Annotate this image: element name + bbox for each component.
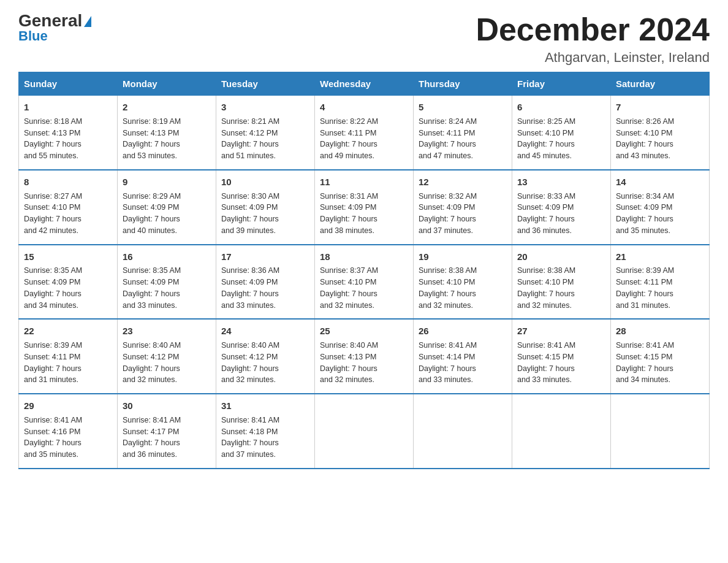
daylight-label: Daylight: 7 hours: [419, 140, 476, 148]
daylight-minutes: and 31 minutes.: [616, 301, 670, 310]
daylight-label: Daylight: 7 hours: [123, 289, 180, 298]
day-number: 4: [320, 101, 408, 114]
col-sunday: Sunday: [19, 72, 118, 96]
day-info: Sunrise: 8:40 AM Sunset: 4:12 PM Dayligh…: [123, 340, 211, 386]
daylight-minutes: and 36 minutes.: [123, 450, 177, 459]
sunrise-label: Sunrise: 8:41 AM: [221, 416, 279, 424]
daylight-minutes: and 35 minutes.: [24, 450, 78, 459]
sunset-label: Sunset: 4:10 PM: [517, 129, 574, 137]
col-thursday: Thursday: [414, 72, 512, 96]
daylight-label: Daylight: 7 hours: [221, 289, 279, 298]
sunset-label: Sunset: 4:10 PM: [320, 278, 376, 286]
daylight-minutes: and 42 minutes.: [24, 226, 78, 235]
daylight-label: Daylight: 7 hours: [221, 140, 279, 148]
table-row: [414, 394, 512, 469]
sunrise-label: Sunrise: 8:33 AM: [517, 192, 575, 201]
table-row: 25 Sunrise: 8:40 AM Sunset: 4:13 PM Dayl…: [315, 319, 414, 394]
daylight-label: Daylight: 7 hours: [123, 140, 180, 148]
logo-general: General: [18, 12, 82, 29]
daylight-label: Daylight: 7 hours: [24, 215, 82, 223]
col-friday: Friday: [512, 72, 611, 96]
location-subtitle: Athgarvan, Leinster, Ireland: [476, 50, 710, 66]
daylight-label: Daylight: 7 hours: [123, 215, 180, 223]
daylight-label: Daylight: 7 hours: [24, 289, 82, 298]
table-row: 8 Sunrise: 8:27 AM Sunset: 4:10 PM Dayli…: [19, 170, 118, 245]
day-info: Sunrise: 8:24 AM Sunset: 4:11 PM Dayligh…: [419, 116, 507, 162]
sunrise-label: Sunrise: 8:40 AM: [320, 341, 378, 350]
table-row: 2 Sunrise: 8:19 AM Sunset: 4:13 PM Dayli…: [118, 96, 216, 170]
table-row: 26 Sunrise: 8:41 AM Sunset: 4:14 PM Dayl…: [414, 319, 512, 394]
sunrise-label: Sunrise: 8:36 AM: [221, 266, 279, 275]
day-info: Sunrise: 8:40 AM Sunset: 4:13 PM Dayligh…: [320, 340, 408, 386]
daylight-label: Daylight: 7 hours: [320, 289, 377, 298]
daylight-minutes: and 37 minutes.: [419, 226, 473, 235]
sunset-label: Sunset: 4:12 PM: [221, 129, 278, 137]
daylight-label: Daylight: 7 hours: [123, 364, 180, 373]
sunset-label: Sunset: 4:14 PM: [419, 353, 475, 361]
table-row: 4 Sunrise: 8:22 AM Sunset: 4:11 PM Dayli…: [315, 96, 414, 170]
table-row: 19 Sunrise: 8:38 AM Sunset: 4:10 PM Dayl…: [414, 245, 512, 320]
day-info: Sunrise: 8:22 AM Sunset: 4:11 PM Dayligh…: [320, 116, 408, 162]
sunset-label: Sunset: 4:15 PM: [517, 353, 574, 361]
sunrise-label: Sunrise: 8:40 AM: [221, 341, 279, 350]
sunrise-label: Sunrise: 8:37 AM: [320, 266, 378, 275]
sunrise-label: Sunrise: 8:41 AM: [123, 416, 181, 424]
daylight-minutes: and 32 minutes.: [517, 301, 572, 310]
table-row: 22 Sunrise: 8:39 AM Sunset: 4:11 PM Dayl…: [19, 319, 118, 394]
day-number: 5: [419, 101, 507, 114]
sunrise-label: Sunrise: 8:30 AM: [221, 192, 279, 201]
table-row: 18 Sunrise: 8:37 AM Sunset: 4:10 PM Dayl…: [315, 245, 414, 320]
calendar-week-row: 22 Sunrise: 8:39 AM Sunset: 4:11 PM Dayl…: [19, 319, 710, 394]
table-row: [315, 394, 414, 469]
day-number: 20: [517, 250, 605, 264]
sunrise-label: Sunrise: 8:26 AM: [616, 117, 674, 126]
daylight-minutes: and 43 minutes.: [616, 151, 670, 160]
day-number: 28: [616, 324, 704, 338]
daylight-label: Daylight: 7 hours: [320, 140, 377, 148]
day-number: 14: [616, 175, 704, 189]
day-number: 8: [24, 175, 112, 189]
sunrise-label: Sunrise: 8:32 AM: [419, 192, 477, 201]
daylight-label: Daylight: 7 hours: [320, 215, 377, 223]
sunset-label: Sunset: 4:10 PM: [24, 203, 80, 212]
day-info: Sunrise: 8:40 AM Sunset: 4:12 PM Dayligh…: [221, 340, 309, 386]
col-monday: Monday: [118, 72, 216, 96]
sunset-label: Sunset: 4:10 PM: [616, 129, 672, 137]
day-info: Sunrise: 8:41 AM Sunset: 4:17 PM Dayligh…: [123, 415, 211, 461]
daylight-minutes: and 34 minutes.: [24, 301, 78, 310]
sunrise-label: Sunrise: 8:39 AM: [616, 266, 674, 275]
daylight-label: Daylight: 7 hours: [320, 364, 377, 373]
month-year-title: December 2024: [476, 12, 710, 47]
day-info: Sunrise: 8:41 AM Sunset: 4:18 PM Dayligh…: [221, 415, 309, 461]
table-row: 20 Sunrise: 8:38 AM Sunset: 4:10 PM Dayl…: [512, 245, 611, 320]
table-row: 29 Sunrise: 8:41 AM Sunset: 4:16 PM Dayl…: [19, 394, 118, 469]
table-row: 24 Sunrise: 8:40 AM Sunset: 4:12 PM Dayl…: [216, 319, 315, 394]
day-info: Sunrise: 8:32 AM Sunset: 4:09 PM Dayligh…: [419, 191, 507, 237]
daylight-minutes: and 45 minutes.: [517, 151, 572, 160]
day-info: Sunrise: 8:34 AM Sunset: 4:09 PM Dayligh…: [616, 191, 704, 237]
day-number: 19: [419, 250, 507, 264]
table-row: 11 Sunrise: 8:31 AM Sunset: 4:09 PM Dayl…: [315, 170, 414, 245]
daylight-label: Daylight: 7 hours: [517, 364, 575, 373]
sunrise-label: Sunrise: 8:41 AM: [616, 341, 674, 350]
day-info: Sunrise: 8:41 AM Sunset: 4:15 PM Dayligh…: [517, 340, 605, 386]
day-number: 17: [221, 250, 309, 264]
table-row: 31 Sunrise: 8:41 AM Sunset: 4:18 PM Dayl…: [216, 394, 315, 469]
day-number: 7: [616, 101, 704, 114]
sunrise-label: Sunrise: 8:21 AM: [221, 117, 279, 126]
daylight-minutes: and 31 minutes.: [24, 375, 78, 384]
daylight-label: Daylight: 7 hours: [419, 364, 476, 373]
daylight-label: Daylight: 7 hours: [24, 140, 82, 148]
sunset-label: Sunset: 4:12 PM: [123, 353, 179, 361]
table-row: 17 Sunrise: 8:36 AM Sunset: 4:09 PM Dayl…: [216, 245, 315, 320]
table-row: 3 Sunrise: 8:21 AM Sunset: 4:12 PM Dayli…: [216, 96, 315, 170]
day-number: 16: [123, 250, 211, 264]
sunrise-label: Sunrise: 8:22 AM: [320, 117, 378, 126]
day-number: 3: [221, 101, 309, 114]
day-info: Sunrise: 8:41 AM Sunset: 4:16 PM Dayligh…: [24, 415, 112, 461]
daylight-label: Daylight: 7 hours: [616, 215, 673, 223]
sunset-label: Sunset: 4:17 PM: [123, 427, 179, 436]
daylight-minutes: and 38 minutes.: [320, 226, 374, 235]
day-info: Sunrise: 8:33 AM Sunset: 4:09 PM Dayligh…: [517, 191, 605, 237]
daylight-minutes: and 55 minutes.: [24, 151, 78, 160]
